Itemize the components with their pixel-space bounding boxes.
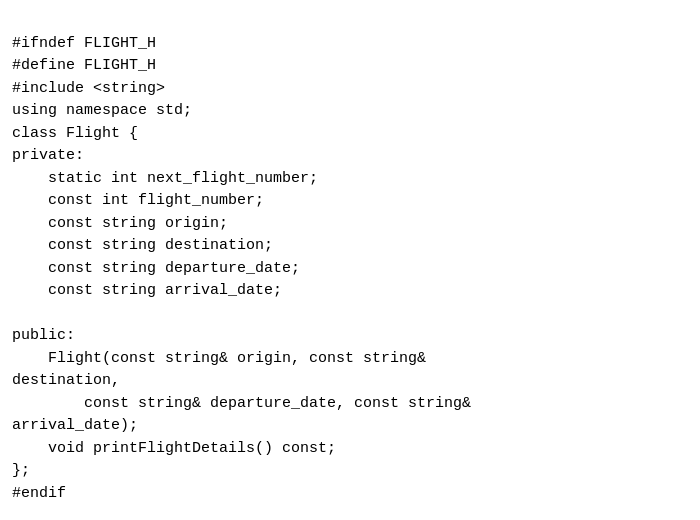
code-line: class Flight { xyxy=(12,123,688,146)
code-line: }; xyxy=(12,460,688,483)
code-line: #define FLIGHT_H xyxy=(12,55,688,78)
code-line: const string origin; xyxy=(12,213,688,236)
code-line: using namespace std; xyxy=(12,100,688,123)
code-line: private: xyxy=(12,145,688,168)
code-line: Flight(const string& origin, const strin… xyxy=(12,348,688,371)
code-line: const string arrival_date; xyxy=(12,280,688,303)
code-line: void printFlightDetails() const; xyxy=(12,438,688,461)
code-line: #include <string> xyxy=(12,78,688,101)
code-line xyxy=(12,303,688,326)
code-line: const string& departure_date, const stri… xyxy=(12,393,688,416)
code-line: arrival_date); xyxy=(12,415,688,438)
code-line: static int next_flight_number; xyxy=(12,168,688,191)
code-editor: #ifndef FLIGHT_H#define FLIGHT_H#include… xyxy=(0,0,700,520)
code-line: const int flight_number; xyxy=(12,190,688,213)
code-line: public: xyxy=(12,325,688,348)
code-line: destination, xyxy=(12,370,688,393)
code-line: const string departure_date; xyxy=(12,258,688,281)
code-line: const string destination; xyxy=(12,235,688,258)
code-line: #ifndef FLIGHT_H xyxy=(12,33,688,56)
code-line: #endif xyxy=(12,483,688,506)
